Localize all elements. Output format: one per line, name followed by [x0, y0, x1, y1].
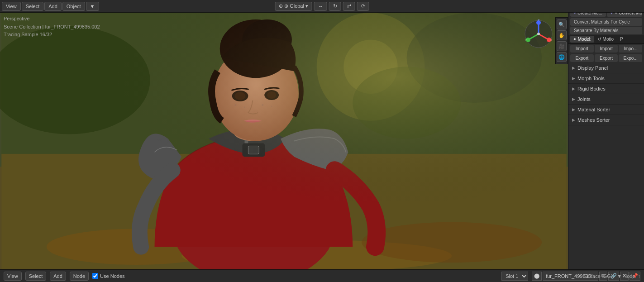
camera-icon[interactable]: 🎥	[557, 41, 567, 51]
bottom-add-btn[interactable]: Add	[50, 272, 66, 281]
viewport-overlay: Perspective Scene Collection | fur_FRONT…	[4, 15, 100, 39]
use-nodes-checkbox-container: Use Nodes	[92, 273, 124, 279]
meshes-sorter-label: Meshes Sorter	[577, 117, 610, 123]
svg-text:Y: Y	[525, 38, 527, 42]
node-right-label: ▼ Node	[617, 273, 635, 279]
export-btn-1[interactable]: Export	[570, 54, 594, 62]
scene-collection-label: Scene Collection | fur_FRONT_499835.002	[4, 23, 100, 31]
import-btn-1[interactable]: Import	[570, 45, 594, 53]
bottom-right-area: Surface GGX ▼ Node ↑	[583, 273, 640, 279]
global-label: ⊕ Global	[284, 3, 304, 9]
morph-tools-section[interactable]: ▶ Morph Tools	[568, 73, 644, 84]
select-menu-btn[interactable]: Select	[22, 2, 44, 11]
character-svg	[0, 13, 568, 269]
export-row: Export Export Expo...	[568, 53, 644, 63]
rigid-bodies-section[interactable]: ▶ Rigid Bodies	[568, 84, 644, 94]
import-btn-3[interactable]: Impo...	[619, 45, 642, 53]
rigid-bodies-arrow: ▶	[572, 86, 575, 91]
joints-section[interactable]: ▶ Joints	[568, 94, 644, 105]
global-btn[interactable]: ⊕ ⊕ Global ▾	[275, 2, 312, 11]
object-menu-btn[interactable]: Object	[62, 2, 85, 11]
export-btn-2[interactable]: Export	[595, 54, 618, 62]
morph-tools-label: Morph Tools	[577, 76, 605, 81]
svg-rect-35	[1, 13, 566, 269]
display-panel-arrow: ▶	[572, 66, 575, 70]
morph-tools-arrow: ▶	[572, 76, 575, 81]
top-toolbar: View Select Add Object ▼ ⊕ ⊕ Global ▾ ↔ …	[0, 0, 644, 13]
tracing-sample-label: Tracing Sample 16/32	[4, 31, 100, 39]
meshes-sorter-section[interactable]: ▶ Meshes Sorter	[568, 115, 644, 125]
toolbar-center: ⊕ ⊕ Global ▾ ↔ ↻ ⇄ ⟳	[275, 0, 369, 13]
global-dropdown-icon: ▾	[305, 3, 308, 9]
tab-model[interactable]: ✦ Model:	[570, 36, 594, 43]
rigid-bodies-label: Rigid Bodies	[577, 86, 606, 91]
global-icon: ⊕	[279, 3, 283, 9]
globe-icon[interactable]: 🌐	[557, 52, 567, 62]
bottom-select-btn[interactable]: Select	[25, 272, 47, 281]
transform-btn-1[interactable]: ↔	[314, 2, 327, 11]
convert-materials-btn[interactable]: Convert Materials For Cycle	[570, 18, 642, 26]
bottom-node-btn[interactable]: Node	[70, 272, 89, 281]
export-btn-3[interactable]: Expo...	[619, 54, 642, 62]
joints-label: Joints	[577, 96, 591, 102]
svg-text:Z: Z	[538, 18, 540, 22]
viewport-nav-strip: 🔍 ✋ 🎥 🌐	[555, 17, 568, 64]
material-sorter-arrow: ▶	[572, 107, 575, 112]
perspective-label: Perspective	[4, 15, 100, 23]
svg-text:X: X	[550, 38, 553, 42]
viewport-background: Perspective Scene Collection | fur_FRONT…	[0, 13, 568, 269]
model-motion-tabs: ✦ Model: ↺ Motio P	[568, 35, 644, 44]
material-sorter-section[interactable]: ▶ Material Sorter	[568, 105, 644, 115]
bottom-bar: View Select Add Node Use Nodes Slot 1 ⬤ …	[0, 269, 644, 282]
add-menu-btn[interactable]: Add	[44, 2, 62, 11]
tab-motion[interactable]: ↺ Motio	[595, 36, 616, 43]
mode-dropdown-btn[interactable]: ▼	[86, 2, 99, 11]
ggx-label: GGX	[603, 273, 614, 279]
svg-point-46	[537, 33, 540, 35]
transform-btn-4[interactable]: ⟳	[357, 2, 369, 11]
transform-btn-2[interactable]: ↻	[329, 2, 341, 11]
separate-by-materials-btn[interactable]: Separate By Materials	[570, 27, 642, 34]
bottom-view-btn[interactable]: View	[4, 272, 22, 281]
slot-select[interactable]: Slot 1	[501, 272, 528, 281]
right-panel: Operator ✦ Create Mo... ✦ ✦ Convert Mo..…	[568, 0, 644, 282]
tab-p[interactable]: P	[617, 36, 626, 43]
sphere-icon-btn[interactable]: ⬤	[532, 272, 542, 281]
import-row: Import Import Impo...	[568, 44, 644, 53]
display-panel-section[interactable]: ▶ Display Panel	[568, 63, 644, 73]
meshes-sorter-arrow: ▶	[572, 118, 575, 122]
import-btn-2[interactable]: Import	[595, 45, 618, 53]
zoom-icon[interactable]: 🔍	[557, 19, 567, 29]
view-menu-btn[interactable]: View	[2, 2, 21, 11]
viewport-gizmo[interactable]: Z X Y	[523, 18, 554, 50]
main-viewport[interactable]: Perspective Scene Collection | fur_FRONT…	[0, 13, 568, 269]
use-nodes-checkbox[interactable]	[92, 273, 98, 279]
pan-icon[interactable]: ✋	[557, 30, 567, 40]
display-panel-label: Display Panel	[577, 65, 608, 71]
use-nodes-label: Use Nodes	[100, 273, 124, 279]
transform-btn-3[interactable]: ⇄	[343, 2, 355, 11]
model-icon: ✦	[573, 37, 577, 42]
material-sorter-label: Material Sorter	[577, 107, 610, 112]
joints-arrow: ▶	[572, 97, 575, 101]
surface-label: Surface	[583, 273, 601, 279]
arrow-up-btn[interactable]: ↑	[638, 273, 641, 279]
